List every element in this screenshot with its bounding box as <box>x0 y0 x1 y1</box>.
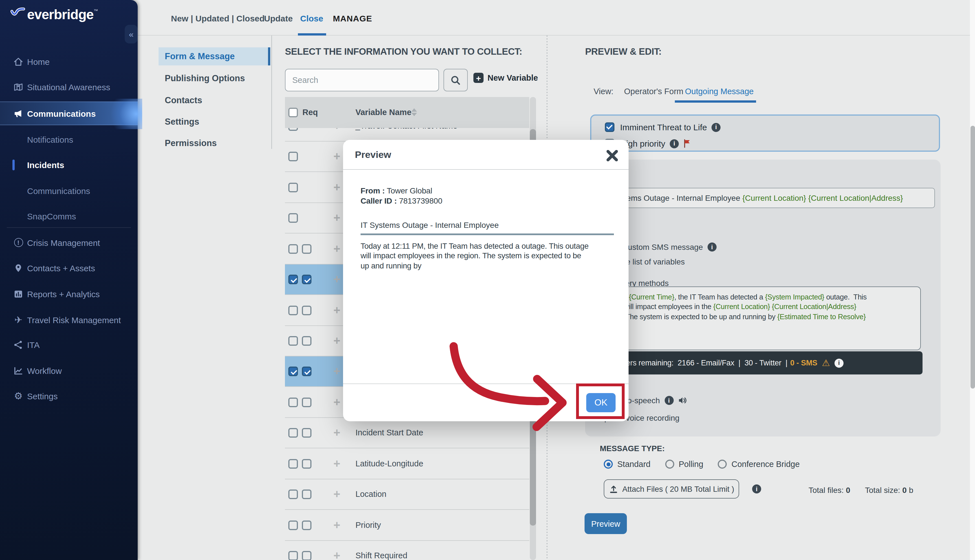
select-checkbox[interactable] <box>288 490 298 499</box>
req-checkbox[interactable] <box>302 459 311 468</box>
drag-handle-icon[interactable]: + <box>331 549 342 560</box>
sidebar-item-situational-awareness[interactable]: Situational Awareness <box>0 78 138 95</box>
drag-handle-icon[interactable]: + <box>331 457 342 470</box>
table-row[interactable]: +Shift Required <box>285 541 529 560</box>
drag-handle-icon[interactable]: + <box>331 519 342 531</box>
drag-handle-icon[interactable]: + <box>331 334 342 347</box>
radio-standard[interactable] <box>604 460 613 468</box>
imminent-threat-checkbox[interactable] <box>605 122 614 132</box>
close-icon[interactable] <box>606 150 618 161</box>
req-checkbox[interactable] <box>302 520 311 530</box>
drag-handle-icon[interactable]: + <box>331 181 342 193</box>
sidebar-item-label: Notifications <box>27 135 73 144</box>
stepper-item-settings[interactable]: Settings <box>159 113 270 131</box>
drag-handle-icon[interactable]: + <box>331 488 342 500</box>
red-flag-icon <box>683 139 692 148</box>
req-checkbox-checked[interactable] <box>302 275 311 284</box>
drag-handle-icon[interactable]: + <box>331 365 342 377</box>
search-button[interactable] <box>444 69 468 92</box>
drag-handle-icon[interactable]: + <box>331 273 342 285</box>
info-icon[interactable]: i <box>664 396 673 405</box>
sidebar-item-contacts-assets[interactable]: Contacts + Assets <box>0 259 138 276</box>
drag-handle-icon[interactable]: + <box>331 242 342 255</box>
sidebar-item-travel-risk[interactable]: ✈ Travel Risk Management <box>0 311 138 328</box>
table-row[interactable]: +Priority <box>285 510 529 541</box>
select-checkbox[interactable] <box>288 244 298 254</box>
select-checkbox[interactable] <box>288 152 298 161</box>
column-variable-name[interactable]: Variable Name <box>356 108 411 117</box>
attach-files-button[interactable]: Attach Files ( 20 MB Total Limit ) <box>604 479 739 498</box>
sidebar-item-home[interactable]: Home <box>0 53 138 70</box>
sidebar-item-snapcomms[interactable]: SnapComms <box>0 208 138 225</box>
new-variable-button[interactable]: + New Variable <box>473 73 538 83</box>
select-checkbox[interactable] <box>288 551 298 560</box>
stepper-item-publishing-options[interactable]: Publishing Options <box>159 69 270 87</box>
sidebar-item-notifications[interactable]: Notifications <box>0 131 138 148</box>
sidebar-item-settings[interactable]: ⚙ Settings <box>0 387 138 404</box>
select-checkbox[interactable] <box>288 428 298 438</box>
select-all-checkbox[interactable] <box>288 108 298 117</box>
sidebar-item-communications[interactable]: Communications <box>0 105 138 122</box>
req-checkbox[interactable] <box>302 428 311 438</box>
table-row[interactable]: +Location <box>285 479 529 510</box>
tab-operators-form[interactable]: Operator's Form <box>624 87 683 96</box>
select-checkbox[interactable] <box>288 306 298 315</box>
req-checkbox[interactable] <box>302 551 311 560</box>
subject-input[interactable]: IT Systems Outage - Internal Employee {C… <box>594 188 935 208</box>
select-checkbox[interactable] <box>288 183 298 192</box>
drag-handle-icon[interactable]: + <box>331 150 342 162</box>
select-checkbox-checked[interactable] <box>288 367 298 376</box>
req-checkbox[interactable] <box>302 244 311 254</box>
select-checkbox[interactable] <box>288 213 298 223</box>
speaker-icon[interactable] <box>677 396 688 405</box>
info-icon[interactable]: i <box>708 242 716 252</box>
search-input[interactable] <box>285 69 439 92</box>
select-checkbox-checked[interactable] <box>288 275 298 284</box>
table-row[interactable]: +Incident Start Date <box>285 418 529 448</box>
ok-button[interactable]: OK <box>586 393 616 412</box>
stepper-item-permissions[interactable]: Permissions <box>159 134 270 152</box>
info-icon[interactable]: i <box>670 139 679 148</box>
sidebar-item-workflow[interactable]: Workflow <box>0 362 138 379</box>
drag-handle-icon[interactable]: + <box>331 304 342 317</box>
info-icon[interactable]: i <box>711 123 721 132</box>
everbridge-logo[interactable]: everbridge ™ <box>10 7 98 22</box>
radio-polling[interactable] <box>665 460 674 468</box>
req-checkbox[interactable] <box>302 306 311 315</box>
req-checkbox[interactable] <box>302 398 311 407</box>
sort-icon[interactable] <box>411 108 417 116</box>
attach-files-label: Attach Files ( 20 MB Total Limit ) <box>622 485 735 493</box>
tab-manage[interactable]: MANAGE <box>333 13 372 23</box>
info-icon[interactable]: i <box>835 358 843 367</box>
req-checkbox[interactable] <box>302 490 311 499</box>
sidebar-item-ita[interactable]: ITA <box>0 336 138 353</box>
req-checkbox[interactable] <box>302 336 311 346</box>
select-checkbox[interactable] <box>288 336 298 346</box>
preview-button[interactable]: Preview <box>584 513 627 534</box>
info-icon[interactable]: i <box>752 485 761 493</box>
sidebar-item-crisis-management[interactable]: ! Crisis Management <box>0 234 138 251</box>
req-checkbox-checked[interactable] <box>302 367 311 376</box>
tab-update[interactable]: Update <box>264 13 293 23</box>
modal-subject: IT Systems Outage - Internal Employee <box>361 220 499 230</box>
sidebar-item-communications-sub[interactable]: Communications <box>0 182 138 199</box>
drag-handle-icon[interactable]: + <box>331 396 342 408</box>
drag-handle-icon[interactable]: + <box>331 212 342 224</box>
table-row[interactable]: +Latitude-Longitude <box>285 449 529 480</box>
page-scrollbar-thumb[interactable] <box>970 126 975 388</box>
select-checkbox[interactable] <box>288 398 298 407</box>
sms-message-textarea[interactable]: Today at {Current Time}, the IT Team has… <box>594 287 921 350</box>
select-checkbox[interactable] <box>288 520 298 530</box>
drag-handle-icon[interactable]: + <box>331 426 342 439</box>
radio-conference-bridge[interactable] <box>718 460 727 468</box>
tab-new-updated-closed[interactable]: New | Updated | Closed <box>171 13 265 23</box>
sidebar-collapse-button[interactable]: « <box>125 25 138 43</box>
select-checkbox[interactable] <box>288 459 298 468</box>
stepper-item-form-message[interactable]: Form & Message <box>159 47 270 65</box>
sidebar-item-incidents[interactable]: Incidents <box>0 156 138 173</box>
tab-close[interactable]: Close <box>300 13 323 23</box>
airplane-icon: ✈ <box>13 314 24 325</box>
sidebar-item-reports-analytics[interactable]: Reports + Analytics <box>0 285 138 302</box>
tab-outgoing-message[interactable]: Outgoing Message <box>685 87 753 96</box>
stepper-item-contacts[interactable]: Contacts <box>159 92 270 109</box>
